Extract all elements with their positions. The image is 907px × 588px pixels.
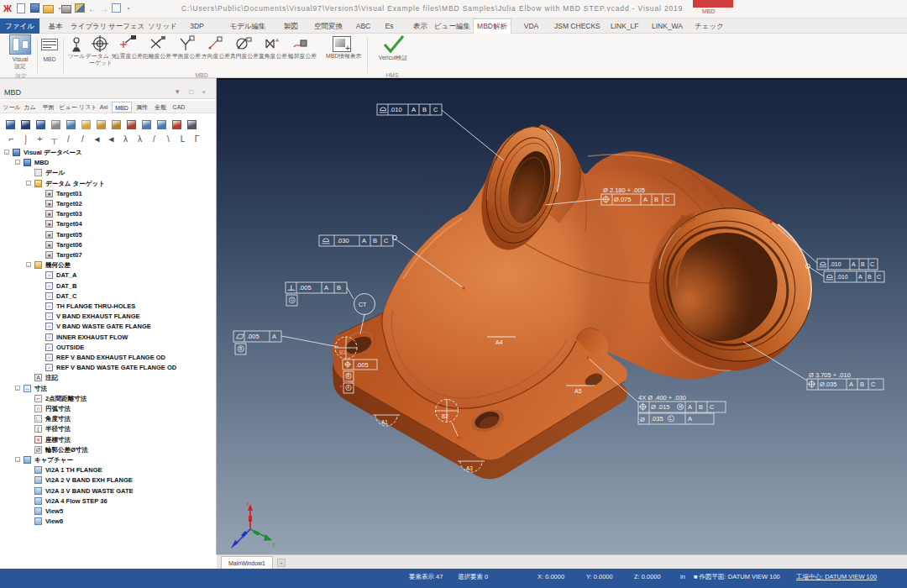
svg-text:G: G	[291, 297, 294, 302]
svg-text:B: B	[373, 237, 377, 244]
svg-text:B1: B1	[339, 349, 346, 355]
svg-text:.005: .005	[247, 333, 260, 340]
svg-text:x: x	[246, 501, 249, 507]
svg-text:y: y	[272, 541, 275, 548]
svg-text:.010: .010	[830, 261, 841, 267]
svg-text:B: B	[699, 403, 703, 411]
svg-text:.030: .030	[337, 237, 349, 244]
svg-text:A5: A5	[574, 388, 582, 394]
svg-text:A: A	[852, 261, 856, 267]
svg-text:B: B	[860, 381, 864, 388]
svg-text:.005: .005	[356, 361, 369, 369]
svg-text:A: A	[688, 403, 692, 411]
svg-text:A4: A4	[495, 339, 503, 345]
svg-text:B: B	[654, 196, 658, 203]
svg-text:L: L	[669, 416, 672, 421]
svg-text:A: A	[858, 274, 862, 280]
svg-text:.005: .005	[299, 284, 312, 291]
svg-text:A: A	[688, 415, 692, 423]
svg-text:A: A	[412, 106, 416, 113]
svg-text:B: B	[347, 374, 349, 378]
svg-text:.010: .010	[390, 106, 402, 113]
svg-text:.035: .035	[651, 415, 663, 423]
svg-text:A: A	[324, 284, 328, 291]
svg-text:C: C	[665, 196, 670, 203]
svg-text:M: M	[679, 404, 682, 409]
svg-text:A: A	[275, 38, 279, 43]
svg-text:C: C	[871, 381, 876, 388]
svg-text:C: C	[710, 403, 715, 411]
svg-text:B: B	[868, 274, 872, 280]
svg-text:4X Ø .400 + .030: 4X Ø .400 + .030	[638, 394, 686, 402]
svg-text:A1: A1	[381, 419, 388, 425]
svg-text:A: A	[362, 237, 366, 244]
svg-text:Ø: Ø	[640, 416, 645, 423]
svg-text:C: C	[870, 261, 874, 267]
svg-text:C: C	[384, 237, 389, 244]
svg-text:A: A	[272, 333, 276, 340]
svg-text:.010: .010	[836, 274, 848, 280]
svg-text:B: B	[861, 261, 865, 267]
svg-text:A: A	[643, 196, 647, 203]
svg-text:Ø.075: Ø.075	[614, 196, 631, 203]
svg-text:C: C	[877, 274, 881, 280]
svg-text:Ø.035: Ø.035	[820, 381, 836, 388]
svg-text:Ø 2.180 + .005: Ø 2.180 + .005	[603, 186, 645, 194]
svg-text:C: C	[433, 106, 438, 113]
svg-text:B2: B2	[442, 413, 448, 419]
svg-text:B: B	[337, 284, 341, 291]
svg-text:Ø 3.705 + .010: Ø 3.705 + .010	[809, 371, 851, 379]
svg-text:A: A	[849, 381, 853, 388]
svg-text:CT: CT	[359, 302, 367, 307]
svg-text:B: B	[422, 106, 427, 113]
svg-text:A3: A3	[466, 465, 473, 471]
svg-text:Ø .015: Ø .015	[651, 403, 670, 411]
